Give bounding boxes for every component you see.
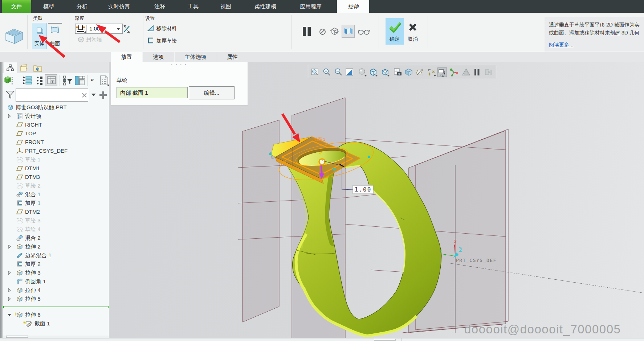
depth-value-input[interactable]: 1.00: [89, 25, 100, 32]
tree-item-博世GO3防误触.PRT[interactable]: 博世GO3防误触.PRT: [3, 103, 109, 112]
depth-type-icon[interactable]: [76, 24, 86, 33]
tree-expand-arrow[interactable]: [8, 114, 11, 118]
sketch-collector-field[interactable]: 内部 截面 1: [117, 87, 188, 98]
tree-item-RIGHT[interactable]: RIGHT: [3, 120, 109, 129]
resume-icon[interactable]: [484, 67, 493, 77]
tree-item-DTM1[interactable]: DTM1: [3, 164, 109, 173]
tree-item-设计项[interactable]: 设计项: [3, 112, 109, 120]
menu-tab-3[interactable]: 注释: [154, 0, 165, 13]
tab-file[interactable]: 文件: [2, 0, 31, 13]
tree-item-PRT_CSYS_DEF[interactable]: PRT_CSYS_DEF: [3, 147, 109, 155]
tree-item-DTM2[interactable]: DTM2: [3, 208, 109, 216]
zoom-in-icon[interactable]: [322, 67, 331, 77]
tree-item-混合-2[interactable]: 混合 2: [3, 234, 109, 242]
tree-search-input[interactable]: [16, 89, 88, 102]
menu-tab-2[interactable]: 实时仿真: [108, 0, 130, 13]
no-preview-icon[interactable]: [319, 28, 326, 35]
datum-display-icon[interactable]: [415, 67, 424, 77]
tree-item-加厚-1[interactable]: 加厚 1: [3, 199, 109, 208]
tree-item-拉伸-5[interactable]: 拉伸 5: [3, 295, 109, 303]
folder-browser-tab[interactable]: [17, 62, 30, 73]
menu-tab-5[interactable]: 视图: [220, 0, 231, 13]
tree-item-拉伸-2[interactable]: 拉伸 2: [3, 242, 109, 251]
tree-item-加厚-2[interactable]: 加厚 2: [3, 260, 109, 268]
solid-button[interactable]: 实体: [32, 23, 47, 49]
model-tree-tab[interactable]: [4, 62, 17, 73]
tree-columns-toggle-button[interactable]: [45, 74, 57, 86]
spin-center-icon[interactable]: [437, 67, 447, 77]
tree-item-草绘-1[interactable]: 草绘 1: [3, 155, 109, 164]
show-tree-icon[interactable]: [4, 76, 13, 85]
tree-item-DTM3[interactable]: DTM3: [3, 173, 109, 181]
more-tools-chevron[interactable]: »: [91, 76, 94, 82]
cancel-button[interactable]: 取消: [405, 18, 420, 45]
repaint-icon[interactable]: [345, 67, 354, 77]
3d-orientation-icon[interactable]: [449, 67, 458, 77]
clear-search-icon[interactable]: [82, 93, 87, 98]
flip-direction-button[interactable]: [123, 24, 131, 34]
menu-tab-6[interactable]: 柔性建模: [254, 0, 276, 13]
tree-filters-icon[interactable]: [62, 75, 73, 86]
sketch-hidden-icon: [16, 226, 23, 233]
dashboard-tab-2[interactable]: 主体选项: [174, 52, 217, 62]
tree-item-草绘-3[interactable]: 草绘 3: [3, 216, 109, 225]
section-icon[interactable]: [404, 67, 413, 77]
surface-button[interactable]: 曲面: [48, 23, 62, 49]
filter-funnel-icon[interactable]: [5, 90, 15, 99]
tree-item-混合-1[interactable]: 混合 1: [3, 190, 109, 199]
remove-material-option[interactable]: 移除材料: [147, 25, 177, 32]
ok-button[interactable]: 确定: [386, 18, 404, 45]
menu-tab-4[interactable]: 工具: [188, 0, 199, 13]
view-manager-icon[interactable]: [393, 67, 403, 77]
dashboard-tab-0[interactable]: 放置: [111, 52, 142, 62]
tree-item-倒圆角-1[interactable]: 倒圆角 1: [3, 277, 109, 286]
add-filter-plus-icon[interactable]: [99, 91, 107, 99]
menu-tab-0[interactable]: 模型: [43, 0, 54, 13]
geometry-preview-button[interactable]: [342, 25, 355, 38]
menu-tab-1[interactable]: 分析: [77, 0, 87, 13]
glasses-check-icon[interactable]: [358, 28, 370, 36]
saved-views-icon[interactable]: [380, 67, 390, 77]
search-dropdown-caret[interactable]: [91, 94, 96, 96]
panel-drag-handle[interactable]: ▪ ▪ ▪ ▪: [171, 63, 187, 66]
tree-item-TOP[interactable]: TOP: [3, 129, 109, 138]
sketch-edit-button[interactable]: 编辑...: [189, 86, 235, 99]
tree-columns-settings-icon[interactable]: [74, 75, 85, 86]
tree-expand-arrow[interactable]: [8, 297, 11, 301]
display-style-icon[interactable]: [368, 67, 378, 77]
blend-icon: [16, 235, 23, 241]
geometry-preview-icon: [344, 27, 353, 36]
tab-extrude-active[interactable]: 拉伸: [337, 0, 369, 13]
tree-item-拉伸-4[interactable]: 拉伸 4: [3, 286, 109, 295]
tree-item-拉伸-3[interactable]: 拉伸 3: [3, 268, 109, 277]
dashboard-tab-1[interactable]: 选项: [142, 52, 174, 62]
pause-feature-icon[interactable]: [302, 26, 312, 37]
thicken-sketch-option[interactable]: 加厚草绘: [147, 37, 177, 44]
annotation-display-icon[interactable]: [427, 67, 436, 77]
tree-item-草绘-4[interactable]: 草绘 4: [3, 225, 109, 234]
tree-item-截面-1[interactable]: ✳截面 1: [3, 319, 109, 328]
tree-horizontal-scrollbar[interactable]: [3, 336, 109, 338]
menu-tab-7[interactable]: 应用程序: [300, 0, 322, 13]
dashboard-tab-3[interactable]: 属性: [217, 52, 248, 62]
depth-dropdown-caret[interactable]: [117, 28, 120, 30]
wireframe-preview-icon[interactable]: [330, 27, 339, 36]
refit-icon[interactable]: [310, 67, 320, 77]
pause-icon[interactable]: [472, 67, 482, 77]
tree-expand-arrow[interactable]: [8, 245, 11, 248]
tree-item-拉伸-6[interactable]: ✳拉伸 6: [3, 311, 109, 319]
favorites-tab[interactable]: [31, 62, 44, 73]
tree-settings-doc-icon[interactable]: [99, 75, 109, 86]
expand-all-icon[interactable]: [23, 76, 32, 85]
shading-icon[interactable]: [358, 67, 367, 77]
tree-item-草绘-2[interactable]: 草绘 2: [3, 181, 109, 190]
warning-icon[interactable]: [461, 67, 471, 77]
zoom-out-icon[interactable]: [334, 67, 343, 77]
tree-item-边界混合-1[interactable]: 边界混合 1: [3, 251, 109, 260]
tree-expand-arrow[interactable]: [8, 288, 11, 292]
tree-item-FRONT[interactable]: FRONT: [3, 138, 109, 147]
tree-expand-arrow[interactable]: [8, 313, 11, 317]
tree-expand-arrow[interactable]: [8, 271, 11, 275]
tree-insert-locator[interactable]: [3, 307, 109, 307]
read-more-link[interactable]: 阅读更多...: [549, 42, 574, 48]
